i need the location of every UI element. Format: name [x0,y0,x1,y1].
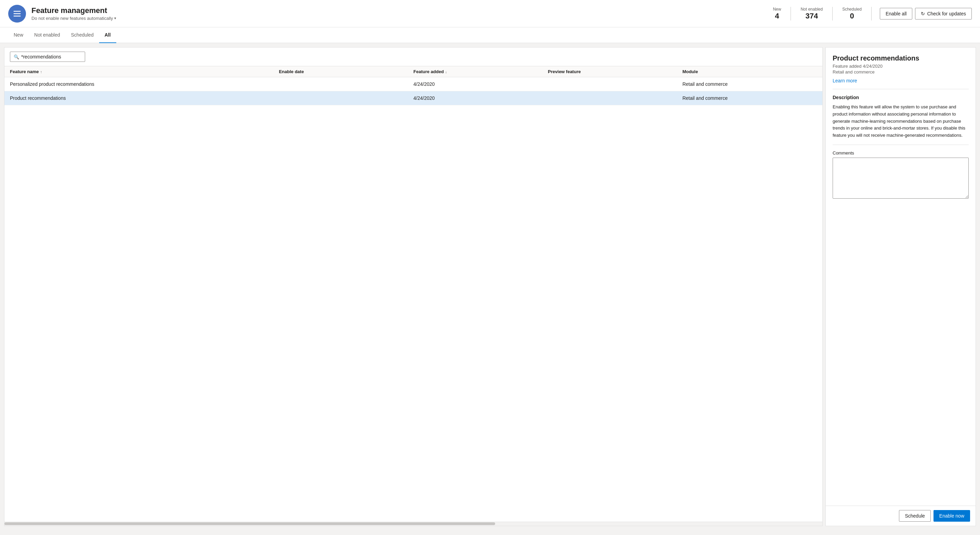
cell-feature-name: Personalized product recommendations [10,81,279,87]
cell-preview [548,95,682,101]
tab-all[interactable]: All [99,27,116,43]
cell-enable-date [279,95,414,101]
search-icon: 🔍 [14,54,19,59]
cell-feature-added: 4/24/2020 [414,95,548,101]
stat-scheduled: Scheduled 0 [833,7,872,21]
svg-rect-2 [14,15,21,16]
search-input-wrap[interactable]: 🔍 [10,52,85,62]
cell-module: Retail and commerce [682,81,817,87]
header-actions: Enable all ↻ Check for updates [880,8,972,19]
page-header: Feature management Do not enable new fea… [0,0,980,27]
enable-all-button[interactable]: Enable all [880,8,913,19]
col-feature-name[interactable]: Feature name ↑ [10,69,279,74]
description-title: Description [833,95,969,100]
col-preview-feature[interactable]: Preview feature [548,69,682,74]
sort-asc-icon: ↑ [40,70,42,74]
detail-content: Product recommendations Feature added 4/… [826,48,975,506]
tab-new[interactable]: New [8,27,29,43]
cell-enable-date [279,81,414,87]
tab-not-enabled[interactable]: Not enabled [29,27,66,43]
cell-preview [548,81,682,87]
sort-desc-icon: ↓ [445,70,447,74]
schedule-button[interactable]: Schedule [899,510,931,522]
horizontal-scrollbar[interactable] [5,522,822,526]
detail-title: Product recommendations [833,54,969,62]
stats-area: New 4 Not enabled 374 Scheduled 0 [773,7,871,21]
detail-feature-added: Feature added 4/24/2020 [833,64,969,69]
detail-module: Retail and commerce [833,70,969,75]
page-title: Feature management [32,6,773,15]
refresh-icon: ↻ [921,11,925,16]
description-text: Enabling this feature will allow the sys… [833,103,969,139]
tabs-bar: New Not enabled Scheduled All [0,27,980,43]
cell-feature-name: Product recommendations [10,95,279,101]
comments-label: Comments [833,151,969,156]
stat-not-enabled: Not enabled 374 [791,7,833,21]
comments-input[interactable] [833,157,969,198]
comments-divider [833,144,969,145]
page-subtitle[interactable]: Do not enable new features automatically… [32,16,773,21]
scrollbar-thumb [5,522,495,525]
detail-divider [833,89,969,89]
cell-module: Retail and commerce [682,95,817,101]
stat-new: New 4 [773,7,791,21]
col-module[interactable]: Module [682,69,817,74]
table-row[interactable]: Product recommendations 4/24/2020 Retail… [5,91,822,105]
search-input[interactable] [21,54,81,59]
tab-scheduled[interactable]: Scheduled [66,27,99,43]
col-enable-date[interactable]: Enable date [279,69,414,74]
check-for-updates-button[interactable]: ↻ Check for updates [915,8,972,19]
col-feature-added[interactable]: Feature added ↓ [414,69,548,74]
feature-list-panel: 🔍 Feature name ↑ Enable date Feature add… [4,47,823,526]
table-row[interactable]: Personalized product recommendations 4/2… [5,77,822,91]
table-header: Feature name ↑ Enable date Feature added… [5,66,822,77]
main-content: 🔍 Feature name ↑ Enable date Feature add… [0,43,980,530]
learn-more-link[interactable]: Learn more [833,78,857,83]
detail-panel: Product recommendations Feature added 4/… [826,47,976,526]
svg-rect-0 [14,11,21,11]
enable-now-button[interactable]: Enable now [934,510,970,522]
cell-feature-added: 4/24/2020 [414,81,548,87]
header-text: Feature management Do not enable new fea… [32,6,773,21]
table-body: Personalized product recommendations 4/2… [5,77,822,522]
chevron-down-icon: ▾ [114,16,116,21]
list-icon [12,9,22,19]
detail-footer: Schedule Enable now [826,506,975,526]
search-bar: 🔍 [5,48,822,66]
app-icon [8,5,26,22]
svg-rect-1 [14,13,21,14]
